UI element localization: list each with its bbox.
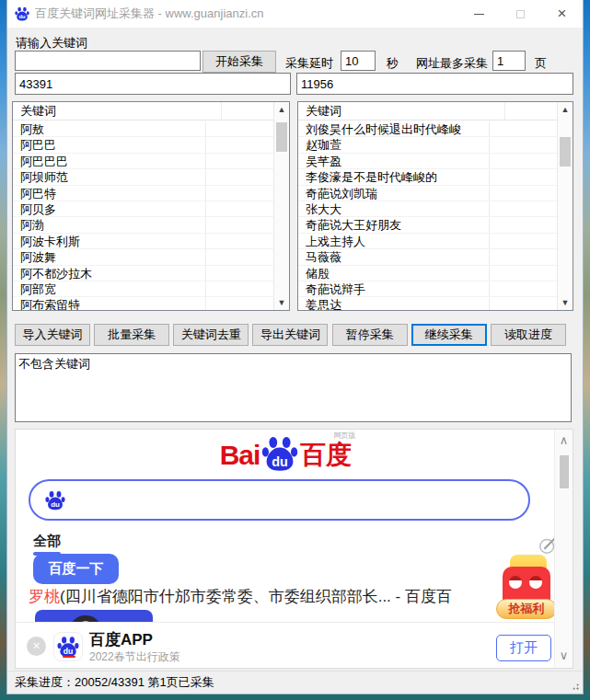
promo-badge[interactable]: 抢福利 bbox=[496, 599, 557, 619]
baidu-search-box[interactable] bbox=[29, 479, 530, 521]
list-item[interactable]: 阿波卡利斯 bbox=[13, 234, 273, 249]
list-item[interactable]: 阿贝多 bbox=[13, 201, 273, 217]
collect-progress-text: 采集进度：20052/43391 第1页已采集 bbox=[15, 675, 214, 689]
delay-label: 采集延时 bbox=[285, 55, 333, 72]
chevron-down-icon[interactable]: ▼ bbox=[558, 295, 573, 310]
title-bar: 百度关键词网址采集器 - www.guanjianzi.cn × bbox=[7, 0, 583, 28]
max-pages-input[interactable] bbox=[492, 51, 526, 71]
list-item[interactable]: 阿不都沙拉木 bbox=[13, 266, 273, 281]
baidu-app-banner: × 百度APP 2022春节出行政策 打开 bbox=[16, 622, 556, 669]
list-item[interactable]: 阿布索留特 bbox=[13, 297, 273, 310]
chevron-down-icon[interactable]: ∨ bbox=[555, 648, 573, 662]
total-keywords-field[interactable] bbox=[15, 73, 291, 95]
delay-input[interactable] bbox=[341, 51, 376, 71]
list-item[interactable]: 马薇薇 bbox=[298, 249, 557, 265]
scrollbar-thumb[interactable] bbox=[560, 137, 571, 166]
baidu-logo: Bai 百度网页版 bbox=[16, 437, 556, 474]
app-window: 百度关键词网址采集器 - www.guanjianzi.cn × 请输入关键词 … bbox=[7, 0, 583, 694]
close-icon[interactable]: × bbox=[27, 637, 46, 656]
mascot-eye bbox=[529, 576, 542, 589]
mascot-eye bbox=[509, 576, 522, 589]
browser-scrollbar[interactable]: ∧ ∨ bbox=[554, 430, 573, 668]
batch-collect-button[interactable]: 批量采集 bbox=[94, 324, 169, 346]
baidu-paw-icon bbox=[15, 6, 29, 21]
list-item[interactable]: 张大大 bbox=[298, 201, 557, 217]
delay-unit: 秒 bbox=[387, 55, 399, 72]
maximize-button[interactable] bbox=[500, 0, 541, 28]
chevron-up-icon[interactable]: ∧ bbox=[555, 433, 573, 447]
list-item[interactable]: 赵珈萱 bbox=[298, 137, 557, 153]
paw-icon bbox=[45, 490, 65, 511]
export-keywords-button[interactable]: 导出关键词 bbox=[252, 324, 328, 346]
search-result-title[interactable]: 罗桃(四川省德阳市什邡市委常委、市委组织部部长... - 百度百 bbox=[29, 586, 516, 607]
max-pages-unit: 页 bbox=[535, 55, 547, 72]
list-item[interactable]: 阿巴特 bbox=[13, 186, 273, 201]
keyword-list-left: 关键词 阿敖阿巴巴阿巴巴巴阿坝师范阿巴特阿贝多阿渤阿波卡利斯阿波舞阿不都沙拉木阿… bbox=[12, 101, 290, 311]
resize-grip[interactable] bbox=[571, 682, 580, 691]
collected-keywords-field[interactable] bbox=[296, 73, 573, 95]
close-button[interactable]: × bbox=[541, 0, 583, 28]
list-item[interactable]: 刘俊昊什么时候退出时代峰峻 bbox=[298, 121, 557, 137]
status-bar: 采集进度：20052/43391 第1页已采集 bbox=[7, 671, 583, 694]
list-item[interactable]: 阿敖 bbox=[13, 121, 273, 137]
column-header[interactable]: 关键词 bbox=[298, 102, 573, 120]
column-header[interactable]: 关键词 bbox=[13, 102, 289, 120]
open-app-button[interactable]: 打开 bbox=[496, 635, 551, 661]
scrollbar[interactable]: ▲ ▼ bbox=[273, 102, 289, 310]
list-item[interactable]: 阿巴巴 bbox=[13, 137, 273, 153]
list-item[interactable]: 奇葩说刘凯瑞 bbox=[298, 186, 557, 201]
list-body: 阿敖阿巴巴阿巴巴巴阿坝师范阿巴特阿贝多阿渤阿波卡利斯阿波舞阿不都沙拉木阿部宽阿布… bbox=[13, 121, 273, 310]
toolbar: 导入关键词 批量采集 关键词去重 导出关键词 暂停采集 继续采集 读取进度 bbox=[15, 324, 566, 346]
list-item[interactable]: 上戏主持人 bbox=[298, 234, 557, 249]
embedded-browser: Bai 百度网页版 全部 百度一下 罗桃(四川省德阳市什邡市委常委、市委组织部部… bbox=[15, 429, 573, 669]
chevron-up-icon[interactable]: ▲ bbox=[274, 102, 289, 117]
list-item[interactable]: 奇葩说辩手 bbox=[298, 281, 557, 297]
app-subtitle: 2022春节出行政策 bbox=[89, 649, 180, 665]
scrollbar[interactable]: ▲ ▼ bbox=[557, 102, 573, 310]
tab-all[interactable]: 全部 bbox=[33, 533, 61, 550]
app-name: 百度APP bbox=[89, 629, 153, 650]
max-pages-label: 网址最多采集 bbox=[416, 55, 488, 72]
list-item[interactable]: 阿坝师范 bbox=[13, 169, 273, 185]
list-item[interactable]: 吴芊盈 bbox=[298, 154, 557, 169]
list-item[interactable]: 储殷 bbox=[298, 266, 557, 281]
baidu-paw-icon bbox=[261, 435, 298, 472]
exclude-keywords-textarea[interactable]: 不包含关键词 bbox=[15, 353, 572, 422]
read-progress-button[interactable]: 读取进度 bbox=[491, 324, 566, 346]
list-item[interactable]: 阿部宽 bbox=[13, 281, 273, 297]
keyword-list-right: 关键词 刘俊昊什么时候退出时代峰峻赵珈萱吴芊盈李俊濠是不是时代峰峻的奇葩说刘凯瑞… bbox=[297, 101, 573, 311]
logo-text-brand: 百度网页版 bbox=[300, 438, 352, 473]
logo-text-bai: Bai bbox=[220, 440, 260, 471]
pause-collect-button[interactable]: 暂停采集 bbox=[332, 324, 408, 346]
chevron-up-icon[interactable]: ▲ bbox=[558, 102, 573, 117]
keyword-input[interactable] bbox=[15, 51, 201, 71]
chevron-down-icon[interactable]: ▼ bbox=[274, 295, 289, 310]
minimize-button[interactable] bbox=[458, 0, 500, 28]
window-title: 百度关键词网址采集器 - www.guanjianzi.cn bbox=[35, 6, 458, 22]
list-item[interactable]: 姜思达 bbox=[298, 297, 557, 310]
baidu-search-button[interactable]: 百度一下 bbox=[33, 554, 119, 584]
list-body: 刘俊昊什么时候退出时代峰峻赵珈萱吴芊盈李俊濠是不是时代峰峻的奇葩说刘凯瑞张大大奇… bbox=[298, 121, 557, 310]
logo-tag: 网页版 bbox=[333, 430, 355, 441]
scrollbar-thumb[interactable] bbox=[560, 455, 569, 488]
start-collect-button[interactable]: 开始采集 bbox=[202, 51, 276, 73]
resume-collect-button[interactable]: 继续采集 bbox=[411, 324, 487, 346]
result-keyword-highlight: 罗桃 bbox=[29, 588, 60, 605]
scrollbar-thumb[interactable] bbox=[276, 122, 287, 152]
keyword-input-label: 请输入关键词 bbox=[16, 35, 87, 52]
list-item[interactable]: 阿巴巴巴 bbox=[13, 154, 273, 169]
baidu-app-icon bbox=[53, 632, 83, 661]
list-item[interactable]: 奇葩说大王好朋友 bbox=[298, 217, 557, 233]
dedupe-keywords-button[interactable]: 关键词去重 bbox=[173, 324, 249, 346]
import-keywords-button[interactable]: 导入关键词 bbox=[15, 324, 90, 346]
list-item[interactable]: 李俊濠是不是时代峰峻的 bbox=[298, 169, 557, 185]
list-item[interactable]: 阿渤 bbox=[13, 217, 273, 233]
list-item[interactable]: 阿波舞 bbox=[13, 249, 273, 265]
